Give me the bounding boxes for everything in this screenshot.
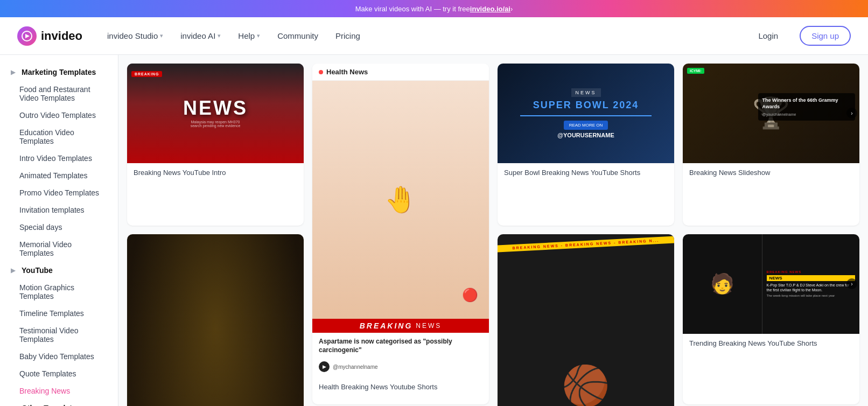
sidebar-item-label: Special days	[19, 223, 62, 232]
banner-text: Make viral videos with AI — try it free	[355, 5, 470, 13]
nav-links: invideo Studio ▾ invideo AI ▾ Help ▾ Com…	[100, 27, 412, 45]
template-grid: BREAKING NEWS Malaysia may reopen MH370s…	[127, 64, 859, 406]
card-label: Breaking News YouTube Intro	[127, 163, 304, 182]
person-left: 🧑	[683, 234, 762, 334]
health-header: Health News	[312, 64, 489, 81]
nav-pricing-label: Pricing	[335, 31, 360, 40]
sidebar-item-other[interactable]: ▶ Other Templates	[0, 400, 118, 406]
card-label: Super Bowl Breaking News YouTube Shorts	[498, 163, 674, 182]
health-title: Health News	[326, 68, 368, 76]
sidebar-item-youtube[interactable]: ▶ YouTube	[0, 262, 118, 279]
sidebar-item-label: YouTube	[22, 266, 53, 275]
sidebar-item-label: Intro Video Templates	[19, 154, 92, 163]
nav-community-label: Community	[277, 31, 318, 40]
sidebar-item-quote[interactable]: Quote Templates	[0, 365, 118, 382]
live-dot	[319, 70, 323, 74]
sidebar-item-breaking-news[interactable]: Breaking News	[0, 382, 118, 400]
card-thumbnail: Health News 🤚 🔴 BREAKING NEWS Aspartame …	[312, 64, 489, 377]
ribbon-icon: 🔴	[462, 288, 478, 303]
nav-invideo-studio[interactable]: invideo Studio ▾	[100, 27, 171, 45]
page-layout: ▶ Marketing Templates Food and Restauran…	[0, 55, 868, 406]
sidebar-item-education[interactable]: Education Video Templates	[0, 124, 118, 150]
main-content: BREAKING NEWS Malaysia may reopen MH370s…	[118, 55, 868, 406]
scroll-right-icon[interactable]: ›	[846, 278, 857, 289]
sidebar-item-baby[interactable]: Baby Video Templates	[0, 348, 118, 365]
arrow-icon: ▶	[11, 267, 15, 274]
banner-arrow: ›	[510, 5, 513, 13]
aspartame-text: Aspartame is now categorised as "possibl…	[312, 333, 489, 360]
card-thumbnail: BREAKING NEWS - BREAKING NEWS - BREAKING…	[498, 234, 674, 406]
sidebar-item-memorial[interactable]: Memorial Video Templates	[0, 236, 118, 262]
card-health-news[interactable]: Health News 🤚 🔴 BREAKING NEWS Aspartame …	[312, 64, 489, 404]
scroll-right-icon[interactable]: ›	[846, 108, 857, 118]
sidebar-item-marketing[interactable]: ▶ Marketing Templates	[0, 64, 118, 81]
sidebar-item-outro[interactable]: Outro Video Templates	[0, 107, 118, 124]
breaking-news-banner: BREAKING NEWS	[312, 319, 489, 333]
sidebar-item-intro[interactable]: Intro Video Templates	[0, 150, 118, 167]
sidebar-item-label: Invitation templates	[19, 206, 85, 214]
breaking-label: BREAKING NEWS	[767, 270, 855, 274]
sidebar-item-promo[interactable]: Promo Video Templates	[0, 184, 118, 201]
sidebar-item-timeline[interactable]: Timeline Templates	[0, 305, 118, 322]
nav-pricing[interactable]: Pricing	[328, 27, 368, 45]
sidebar-item-label: Promo Video Templates	[19, 188, 99, 197]
chevron-down-icon: ▾	[257, 32, 260, 39]
card-grammy-awards[interactable]: 🎵 66TH ANNUAL GRAMMY AWARDS GRAMMY GLORY…	[127, 234, 304, 406]
logo-icon	[17, 26, 37, 46]
card-trending[interactable]: 🧑 BREAKING NEWS NEWS K-Pop Star T.O.P & …	[683, 234, 859, 404]
signup-button[interactable]: Sign up	[800, 26, 851, 46]
sidebar-item-label: Testimonial Video Templates	[19, 326, 107, 344]
card-thumbnail: 🎵 66TH ANNUAL GRAMMY AWARDS GRAMMY GLORY…	[127, 234, 304, 406]
news-sub: Malaysia may reopen MH370search pending …	[183, 120, 248, 128]
sidebar-item-label: Other Templates	[22, 404, 80, 406]
sidebar: ▶ Marketing Templates Food and Restauran…	[0, 55, 118, 406]
card-grammy-slideshow[interactable]: 🏆 ICYMI: The Winners of the 66th Grammy …	[683, 64, 859, 226]
kpop-text: K-Pop Star T.O.P & DJ Steve Aoki on the …	[767, 283, 855, 292]
hoop-icon: 🏀	[562, 363, 610, 406]
sidebar-item-motion[interactable]: Motion Graphics Templates	[0, 279, 118, 305]
read-more: READ MORE ON	[564, 121, 608, 130]
sidebar-item-label: Timeline Templates	[19, 309, 84, 318]
card-label: Breaking News Slideshow	[683, 163, 859, 182]
channel-row: ▶ @mychannelname	[312, 359, 489, 377]
card-label: Health Breaking News Youtube Shorts	[312, 377, 489, 396]
sidebar-item-animated[interactable]: Animated Templates	[0, 167, 118, 184]
grammy-text-overlay: The Winners of the 66th Grammy Awards @y…	[758, 93, 855, 120]
nav-invideo-ai[interactable]: invideo AI ▾	[173, 27, 228, 45]
nav-help-label: Help	[238, 31, 255, 40]
logo[interactable]: invideo	[17, 26, 82, 46]
sidebar-item-invitation[interactable]: Invitation templates	[0, 201, 118, 219]
sidebar-item-label: Memorial Video Templates	[19, 240, 107, 257]
breaking-badge-label: BREAKING	[131, 68, 162, 78]
sidebar-item-label: Baby Video Templates	[19, 352, 94, 361]
sidebar-item-label: Marketing Templates	[22, 68, 96, 76]
nav-community[interactable]: Community	[270, 27, 326, 45]
card-thumbnail: 🏆 ICYMI: The Winners of the 66th Grammy …	[683, 64, 859, 163]
logo-text: invideo	[41, 29, 82, 43]
icymi-badge: ICYMI:	[687, 68, 704, 74]
card-label: Trending Breaking News YouTube Shorts	[683, 334, 859, 353]
health-image: 🤚 🔴	[312, 81, 489, 319]
card-breaking-news-intro[interactable]: BREAKING NEWS Malaysia may reopen MH370s…	[127, 64, 304, 226]
sidebar-item-label: Education Video Templates	[19, 128, 107, 145]
nav-help[interactable]: Help ▾	[230, 27, 268, 45]
sidebar-item-label: Food and Restaurant Video Templates	[19, 85, 107, 102]
nav-invideo-studio-label: invideo Studio	[107, 31, 158, 40]
hand-emoji: 🤚	[384, 185, 417, 215]
card-super-bowl[interactable]: NEWS SUPER BOWL 2024 READ MORE ON @YOURU…	[498, 64, 674, 226]
sidebar-item-testimonial[interactable]: Testimonial Video Templates	[0, 322, 118, 348]
card-thumbnail: BREAKING NEWS Malaysia may reopen MH370s…	[127, 64, 304, 163]
chevron-down-icon: ▾	[218, 32, 221, 39]
sidebar-item-special[interactable]: Special days	[0, 219, 118, 236]
top-banner: Make viral videos with AI — try it free …	[0, 0, 868, 17]
sidebar-item-label: Breaking News	[19, 387, 70, 395]
play-icon: ▶	[319, 361, 330, 372]
banner-link[interactable]: invideo.io/ai	[470, 5, 510, 13]
login-button[interactable]: Login	[750, 27, 787, 45]
navbar: invideo invideo Studio ▾ invideo AI ▾ He…	[0, 17, 868, 55]
nav-invideo-ai-label: invideo AI	[180, 31, 215, 40]
card-nba[interactable]: BREAKING NEWS - BREAKING NEWS - BREAKING…	[498, 234, 674, 406]
sidebar-item-label: Motion Graphics Templates	[19, 283, 107, 300]
sidebar-item-food[interactable]: Food and Restaurant Video Templates	[0, 81, 118, 107]
news-text: NEWS	[183, 99, 248, 118]
